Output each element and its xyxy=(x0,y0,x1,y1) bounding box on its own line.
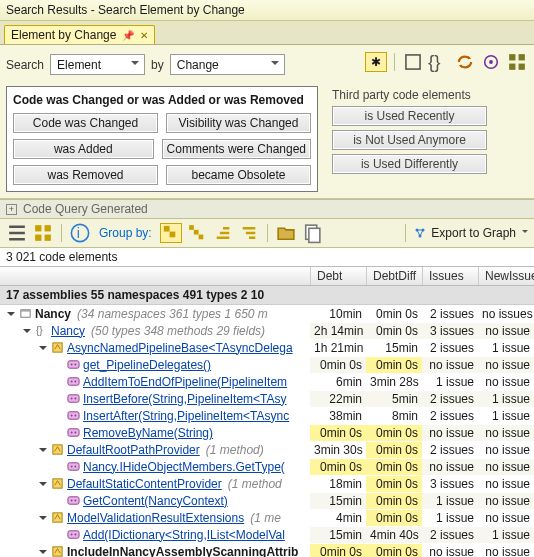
export-to-graph-button[interactable]: Export to Graph xyxy=(413,226,528,240)
cell: 0min 0s xyxy=(366,459,422,475)
svg-rect-34 xyxy=(67,395,78,402)
twisty-icon[interactable] xyxy=(6,309,16,319)
btn-was-added[interactable]: was Added xyxy=(13,139,154,159)
cell: 0min 0s xyxy=(366,493,422,509)
twisty-icon[interactable] xyxy=(38,343,48,353)
tree-row[interactable]: DefaultStaticContentProvider(1 method18m… xyxy=(0,475,534,492)
target-icon[interactable] xyxy=(480,52,502,72)
cell: 0min 0s xyxy=(366,510,422,526)
svg-rect-10 xyxy=(35,235,41,241)
close-icon[interactable]: ✕ xyxy=(140,30,148,41)
cell: 1h 21min xyxy=(310,340,366,356)
group-by-label: Group by: xyxy=(99,226,152,240)
group-depth-1[interactable] xyxy=(160,223,182,243)
tree-row[interactable]: InsertBefore(String,PipelineItem<TAsy22m… xyxy=(0,390,534,407)
cell: no issue xyxy=(478,425,534,441)
cell: 0min 0s xyxy=(310,357,366,373)
btn-comments-changed[interactable]: Comments were Changed xyxy=(162,139,311,159)
tree-row[interactable]: AddItemToEndOfPipeline(PipelineItem6min3… xyxy=(0,373,534,390)
btn-was-removed[interactable]: was Removed xyxy=(13,165,158,185)
tree-row[interactable]: IncludeInNancyAssemblyScanningAttrib0min… xyxy=(0,543,534,557)
row-label[interactable]: RemoveByName(String) xyxy=(83,426,213,440)
tree-row[interactable]: Add(IDictionary<String,IList<ModelVal15m… xyxy=(0,526,534,543)
tree-row[interactable]: ModelValidationResultExtensions(1 me4min… xyxy=(0,509,534,526)
row-label[interactable]: Nancy xyxy=(35,307,71,321)
cell: 0min 0s xyxy=(366,306,422,322)
sort-asc-icon[interactable] xyxy=(212,223,234,243)
twisty-icon[interactable] xyxy=(38,513,48,523)
svg-point-33 xyxy=(74,381,76,383)
svg-text:{}: {} xyxy=(35,325,42,336)
cell: no issue xyxy=(422,357,478,373)
col-debtdiff[interactable]: DebtDiff xyxy=(366,267,422,285)
cell: 0min 0s xyxy=(366,425,422,441)
btn-used-recently[interactable]: is Used Recently xyxy=(332,106,487,126)
info-icon[interactable]: i xyxy=(69,223,91,243)
row-label[interactable]: InsertAfter(String,PipelineItem<TAsync xyxy=(83,409,289,423)
btn-became-obsolete[interactable]: became Obsolete xyxy=(166,165,311,185)
code-query-generated[interactable]: + Code Query Generated xyxy=(0,199,534,219)
sort-desc-icon[interactable] xyxy=(238,223,260,243)
row-label[interactable]: Add(IDictionary<String,IList<ModelVal xyxy=(83,528,285,542)
expand-icon[interactable]: + xyxy=(6,204,17,215)
svg-rect-14 xyxy=(164,226,170,232)
row-label[interactable]: Nancy xyxy=(51,324,85,338)
folder-icon[interactable] xyxy=(275,223,297,243)
tree-row[interactable]: get_PipelineDelegates()0min 0s0min 0sno … xyxy=(0,356,534,373)
copy-icon[interactable] xyxy=(301,223,323,243)
element-selector[interactable]: Element xyxy=(50,54,145,75)
col-issues[interactable]: Issues xyxy=(422,267,478,285)
btn-not-used-anymore[interactable]: is Not Used Anymore xyxy=(332,130,487,150)
cell: no issue xyxy=(478,510,534,526)
row-label[interactable]: InsertBefore(String,PipelineItem<TAsy xyxy=(83,392,287,406)
collapse-label: Code Query Generated xyxy=(23,202,148,216)
refresh-arrows-icon[interactable] xyxy=(454,52,476,72)
tree-row[interactable]: {}Nancy(50 types 348 methods 29 fields)2… xyxy=(0,322,534,339)
group-depth-2[interactable] xyxy=(186,223,208,243)
result-tree[interactable]: Nancy(34 namespaces 361 types 1 650 m10m… xyxy=(0,305,534,557)
tree-row[interactable]: GetContent(NancyContext)15min0min 0s1 is… xyxy=(0,492,534,509)
row-label[interactable]: AsyncNamedPipelineBase<TAsyncDelega xyxy=(67,341,293,355)
btn-used-differently[interactable]: is Used Differently xyxy=(332,154,487,174)
svg-text:i: i xyxy=(77,225,80,241)
tree-row[interactable]: Nancy.IHideObjectMembers.GetType(0min 0s… xyxy=(0,458,534,475)
twisty-icon[interactable] xyxy=(22,326,32,336)
tree-row[interactable]: Nancy(34 namespaces 361 types 1 650 m10m… xyxy=(0,305,534,322)
twisty-icon[interactable] xyxy=(38,445,48,455)
tree-row[interactable]: AsyncNamedPipelineBase<TAsyncDelega1h 21… xyxy=(0,339,534,356)
row-label[interactable]: DefaultRootPathProvider xyxy=(67,443,200,457)
tree-row[interactable]: RemoveByName(String)0min 0s0min 0sno iss… xyxy=(0,424,534,441)
row-label[interactable]: GetContent(NancyContext) xyxy=(83,494,228,508)
btn-code-changed[interactable]: Code was Changed xyxy=(13,113,158,133)
svg-point-45 xyxy=(70,466,72,468)
row-label[interactable]: DefaultStaticContentProvider xyxy=(67,477,222,491)
twisty-icon[interactable] xyxy=(38,547,48,557)
svg-point-46 xyxy=(74,466,76,468)
cell: 18min xyxy=(310,476,366,492)
twisty-icon[interactable] xyxy=(38,479,48,489)
cell: 0min 0s xyxy=(310,544,366,558)
row-label[interactable]: AddItemToEndOfPipeline(PipelineItem xyxy=(83,375,287,389)
btn-visibility-changed[interactable]: Visibility was Changed xyxy=(166,113,311,133)
box-icon[interactable] xyxy=(402,52,424,72)
tree-row[interactable]: DefaultRootPathProvider(1 method)3min 30… xyxy=(0,441,534,458)
braces-icon[interactable]: {} xyxy=(428,52,450,72)
tree-row[interactable]: InsertAfter(String,PipelineItem<TAsync38… xyxy=(0,407,534,424)
col-newissues[interactable]: NewIssues xyxy=(478,267,534,285)
method-icon xyxy=(66,528,80,542)
row-label[interactable]: IncludeInNancyAssemblyScanningAttrib xyxy=(67,545,298,558)
tab-element-by-change[interactable]: Element by Change 📌 ✕ xyxy=(4,25,155,44)
svg-rect-6 xyxy=(509,64,515,70)
row-label[interactable]: ModelValidationResultExtensions xyxy=(67,511,244,525)
pin-icon[interactable]: 📌 xyxy=(122,30,134,41)
change-selector[interactable]: Change xyxy=(170,54,285,75)
col-debt[interactable]: Debt xyxy=(310,267,366,285)
row-label[interactable]: get_PipelineDelegates() xyxy=(83,358,211,372)
cell: 1 issue xyxy=(422,374,478,390)
tile-icon[interactable] xyxy=(506,52,528,72)
cell: 2 issues xyxy=(422,391,478,407)
wildcard-icon[interactable]: ✱ xyxy=(365,52,387,72)
list-icon[interactable] xyxy=(6,223,28,243)
grid-icon[interactable] xyxy=(32,223,54,243)
row-label[interactable]: Nancy.IHideObjectMembers.GetType( xyxy=(83,460,285,474)
